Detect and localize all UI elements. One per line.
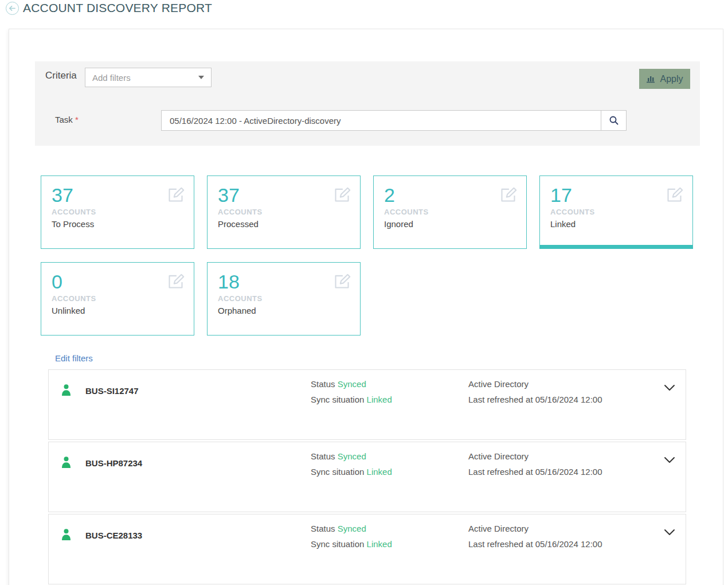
stat-unit: ACCOUNTS xyxy=(384,208,516,216)
stat-unit: ACCOUNTS xyxy=(218,208,350,216)
add-filters-select[interactable]: Add filters xyxy=(85,68,212,87)
task-input[interactable] xyxy=(161,110,601,131)
account-name: BUS-SI12747 xyxy=(85,386,139,396)
stat-card-unlinked[interactable]: 0 ACCOUNTS Unlinked xyxy=(41,262,194,336)
edit-icon[interactable] xyxy=(166,185,185,204)
stat-count: 17 xyxy=(550,185,682,206)
stat-card-ignored[interactable]: 2 ACCOUNTS Ignored xyxy=(373,176,527,249)
page-header: ACCOUNT DISCOVERY REPORT xyxy=(6,1,212,15)
directory-name: Active Directory xyxy=(468,521,602,536)
account-status-column: Status Synced Sync situation Linked xyxy=(311,521,392,552)
account-status-column: Status Synced Sync situation Linked xyxy=(311,376,392,407)
stat-card-to-process[interactable]: 37 ACCOUNTS To Process xyxy=(41,176,194,249)
account-info-column: Active Directory Last refreshed at 05/16… xyxy=(468,448,602,479)
stat-count: 18 xyxy=(218,272,350,292)
apply-button[interactable]: Apply xyxy=(639,69,690,89)
person-icon xyxy=(61,384,71,398)
account-row[interactable]: BUS-CE28133 Status Synced Sync situation… xyxy=(48,514,686,584)
directory-name: Active Directory xyxy=(468,448,602,464)
sync-situation-value: Linked xyxy=(367,539,392,549)
chevron-down-icon[interactable] xyxy=(664,528,675,539)
stat-label: Ignored xyxy=(384,219,516,229)
criteria-label: Criteria xyxy=(45,70,77,81)
stat-unit: ACCOUNTS xyxy=(550,208,682,216)
edit-icon[interactable] xyxy=(332,272,351,291)
status-label: Status xyxy=(311,379,335,389)
last-refreshed: Last refreshed at 05/16/2024 12:00 xyxy=(468,392,602,407)
task-field xyxy=(161,110,627,131)
stat-card-processed[interactable]: 37 ACCOUNTS Processed xyxy=(207,176,361,249)
stat-card-orphaned[interactable]: 18 ACCOUNTS Orphaned xyxy=(207,262,361,336)
account-row[interactable]: BUS-SI12747 Status Synced Sync situation… xyxy=(48,369,686,440)
stat-label: Processed xyxy=(218,219,350,229)
task-search-button[interactable] xyxy=(601,110,627,131)
sync-situation-label: Sync situation xyxy=(311,395,364,404)
content-panel: Criteria Add filters Apply Task * 37 ACC… xyxy=(9,29,723,585)
last-refreshed: Last refreshed at 05/16/2024 12:00 xyxy=(468,536,602,552)
sync-situation-value: Linked xyxy=(367,467,392,477)
stat-count: 2 xyxy=(384,185,516,206)
edit-icon[interactable] xyxy=(166,272,185,291)
stat-label: Orphaned xyxy=(218,306,350,315)
add-filters-placeholder: Add filters xyxy=(92,73,198,83)
edit-filters-link[interactable]: Edit filters xyxy=(55,353,93,363)
arrow-left-icon xyxy=(9,5,16,12)
back-button[interactable] xyxy=(6,2,19,15)
sync-situation-label: Sync situation xyxy=(311,467,364,477)
account-info-column: Active Directory Last refreshed at 05/16… xyxy=(468,521,602,552)
task-label: Task * xyxy=(55,115,79,124)
page-title: ACCOUNT DISCOVERY REPORT xyxy=(23,1,212,15)
magnifier-icon xyxy=(609,115,619,126)
stat-unit: ACCOUNTS xyxy=(52,294,183,303)
person-icon xyxy=(61,529,71,543)
sync-situation-label: Sync situation xyxy=(311,539,364,549)
status-label: Status xyxy=(311,524,335,533)
status-value: Synced xyxy=(338,451,366,461)
edit-icon[interactable] xyxy=(499,185,518,204)
account-status-column: Status Synced Sync situation Linked xyxy=(311,448,392,479)
chevron-down-icon xyxy=(198,76,204,79)
required-asterisk: * xyxy=(75,115,79,124)
stat-cards: 37 ACCOUNTS To Process 37 ACCOUNTS Proce… xyxy=(41,176,694,336)
status-label: Status xyxy=(311,451,335,461)
edit-icon[interactable] xyxy=(332,185,351,204)
account-info-column: Active Directory Last refreshed at 05/16… xyxy=(468,376,602,407)
stat-label: To Process xyxy=(52,219,183,229)
stat-label: Linked xyxy=(550,219,682,229)
stat-unit: ACCOUNTS xyxy=(52,208,183,216)
sync-situation-value: Linked xyxy=(367,395,392,404)
account-name: BUS-HP87234 xyxy=(85,458,142,468)
account-row[interactable]: BUS-HP87234 Status Synced Sync situation… xyxy=(48,442,686,512)
chevron-down-icon[interactable] xyxy=(664,456,675,466)
apply-label: Apply xyxy=(660,74,683,84)
criteria-section: Criteria Add filters Apply Task * xyxy=(35,61,700,146)
stat-count: 37 xyxy=(218,185,350,206)
stat-card-linked[interactable]: 17 ACCOUNTS Linked xyxy=(539,176,693,249)
stat-label: Unlinked xyxy=(52,306,183,315)
last-refreshed: Last refreshed at 05/16/2024 12:00 xyxy=(468,464,602,479)
edit-icon[interactable] xyxy=(665,185,684,204)
bar-chart-icon xyxy=(646,75,656,83)
directory-name: Active Directory xyxy=(468,376,602,392)
stat-count: 0 xyxy=(52,272,183,292)
status-value: Synced xyxy=(338,524,366,533)
stat-count: 37 xyxy=(52,185,183,206)
person-icon xyxy=(61,457,71,470)
stat-unit: ACCOUNTS xyxy=(218,294,350,303)
chevron-down-icon[interactable] xyxy=(664,384,675,394)
status-value: Synced xyxy=(338,379,366,389)
account-name: BUS-CE28133 xyxy=(85,531,142,540)
account-list: BUS-SI12747 Status Synced Sync situation… xyxy=(48,369,686,585)
